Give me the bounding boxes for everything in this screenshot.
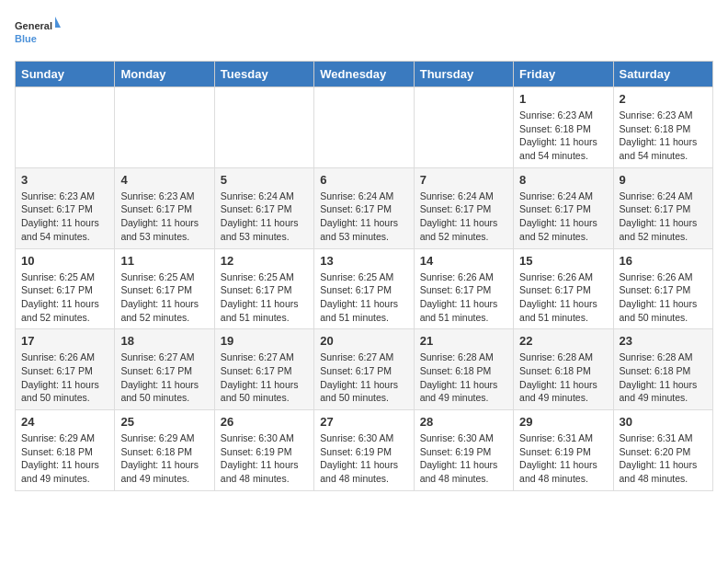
cell-content: Sunrise: 6:29 AM Sunset: 6:18 PM Dayligh… — [21, 431, 108, 486]
day-number: 15 — [519, 254, 607, 268]
week-row-1: 1Sunrise: 6:23 AM Sunset: 6:18 PM Daylig… — [16, 87, 713, 168]
logo-svg: General Blue — [15, 15, 61, 52]
day-number: 25 — [120, 415, 208, 429]
calendar-cell: 20Sunrise: 6:27 AM Sunset: 6:17 PM Dayli… — [314, 329, 414, 410]
header-cell-wednesday: Wednesday — [314, 62, 414, 87]
page-header: General Blue — [15, 15, 713, 52]
svg-text:General: General — [15, 20, 52, 31]
day-number: 18 — [120, 334, 208, 348]
day-number: 5 — [221, 173, 308, 187]
day-number: 23 — [620, 334, 707, 348]
cell-content: Sunrise: 6:25 AM Sunset: 6:17 PM Dayligh… — [221, 270, 308, 325]
cell-content: Sunrise: 6:26 AM Sunset: 6:17 PM Dayligh… — [620, 270, 707, 325]
day-number: 20 — [320, 334, 407, 348]
cell-content: Sunrise: 6:28 AM Sunset: 6:18 PM Dayligh… — [519, 350, 607, 405]
calendar-cell: 25Sunrise: 6:29 AM Sunset: 6:18 PM Dayli… — [115, 410, 214, 491]
cell-content: Sunrise: 6:23 AM Sunset: 6:17 PM Dayligh… — [120, 190, 208, 244]
calendar-cell: 16Sunrise: 6:26 AM Sunset: 6:17 PM Dayli… — [613, 248, 712, 329]
calendar-cell: 22Sunrise: 6:28 AM Sunset: 6:18 PM Dayli… — [514, 329, 613, 410]
day-number: 26 — [221, 415, 308, 429]
cell-content: Sunrise: 6:26 AM Sunset: 6:17 PM Dayligh… — [21, 350, 108, 405]
header-row: SundayMondayTuesdayWednesdayThursdayFrid… — [16, 62, 713, 87]
cell-content: Sunrise: 6:28 AM Sunset: 6:18 PM Dayligh… — [620, 350, 707, 405]
cell-content: Sunrise: 6:25 AM Sunset: 6:17 PM Dayligh… — [21, 270, 108, 325]
calendar-cell: 21Sunrise: 6:28 AM Sunset: 6:18 PM Dayli… — [414, 329, 513, 410]
day-number: 21 — [420, 334, 507, 348]
calendar-cell: 30Sunrise: 6:31 AM Sunset: 6:20 PM Dayli… — [613, 410, 712, 491]
day-number: 19 — [221, 334, 308, 348]
calendar-cell: 12Sunrise: 6:25 AM Sunset: 6:17 PM Dayli… — [214, 248, 313, 329]
calendar-cell: 29Sunrise: 6:31 AM Sunset: 6:19 PM Dayli… — [514, 410, 613, 491]
calendar-cell: 19Sunrise: 6:27 AM Sunset: 6:17 PM Dayli… — [214, 329, 313, 410]
day-number: 8 — [519, 173, 607, 187]
calendar-cell: 9Sunrise: 6:24 AM Sunset: 6:17 PM Daylig… — [613, 167, 712, 248]
cell-content: Sunrise: 6:28 AM Sunset: 6:18 PM Dayligh… — [420, 350, 507, 405]
calendar-cell: 23Sunrise: 6:28 AM Sunset: 6:18 PM Dayli… — [613, 329, 712, 410]
header-cell-friday: Friday — [514, 62, 613, 87]
day-number: 30 — [620, 415, 707, 429]
cell-content: Sunrise: 6:23 AM Sunset: 6:17 PM Dayligh… — [21, 190, 108, 244]
header-cell-tuesday: Tuesday — [214, 62, 313, 87]
calendar-cell: 14Sunrise: 6:26 AM Sunset: 6:17 PM Dayli… — [414, 248, 513, 329]
week-row-5: 24Sunrise: 6:29 AM Sunset: 6:18 PM Dayli… — [16, 410, 713, 491]
day-number: 4 — [120, 173, 208, 187]
day-number: 27 — [320, 415, 407, 429]
calendar-cell — [115, 87, 214, 168]
day-number: 17 — [21, 334, 108, 348]
calendar-cell: 26Sunrise: 6:30 AM Sunset: 6:19 PM Dayli… — [214, 410, 313, 491]
week-row-3: 10Sunrise: 6:25 AM Sunset: 6:17 PM Dayli… — [16, 248, 713, 329]
header-cell-saturday: Saturday — [613, 62, 712, 87]
calendar-cell — [314, 87, 414, 168]
cell-content: Sunrise: 6:27 AM Sunset: 6:17 PM Dayligh… — [320, 350, 407, 405]
day-number: 6 — [320, 173, 407, 187]
calendar-cell — [16, 87, 115, 168]
cell-content: Sunrise: 6:25 AM Sunset: 6:17 PM Dayligh… — [320, 270, 407, 325]
calendar-cell: 8Sunrise: 6:24 AM Sunset: 6:17 PM Daylig… — [514, 167, 613, 248]
calendar-cell: 1Sunrise: 6:23 AM Sunset: 6:18 PM Daylig… — [514, 87, 613, 168]
calendar-cell — [414, 87, 513, 168]
logo: General Blue — [15, 15, 61, 52]
cell-content: Sunrise: 6:23 AM Sunset: 6:18 PM Dayligh… — [519, 109, 607, 163]
cell-content: Sunrise: 6:25 AM Sunset: 6:17 PM Dayligh… — [120, 270, 208, 325]
calendar-cell: 28Sunrise: 6:30 AM Sunset: 6:19 PM Dayli… — [414, 410, 513, 491]
cell-content: Sunrise: 6:24 AM Sunset: 6:17 PM Dayligh… — [320, 190, 407, 244]
day-number: 14 — [420, 254, 507, 268]
cell-content: Sunrise: 6:30 AM Sunset: 6:19 PM Dayligh… — [420, 431, 507, 486]
svg-text:Blue: Blue — [15, 33, 37, 44]
day-number: 28 — [420, 415, 507, 429]
calendar-cell: 18Sunrise: 6:27 AM Sunset: 6:17 PM Dayli… — [115, 329, 214, 410]
cell-content: Sunrise: 6:24 AM Sunset: 6:17 PM Dayligh… — [519, 190, 607, 244]
svg-marker-2 — [55, 17, 61, 28]
cell-content: Sunrise: 6:23 AM Sunset: 6:18 PM Dayligh… — [620, 109, 707, 163]
day-number: 10 — [21, 254, 108, 268]
calendar-cell: 11Sunrise: 6:25 AM Sunset: 6:17 PM Dayli… — [115, 248, 214, 329]
day-number: 13 — [320, 254, 407, 268]
calendar-cell: 17Sunrise: 6:26 AM Sunset: 6:17 PM Dayli… — [16, 329, 115, 410]
header-cell-monday: Monday — [115, 62, 214, 87]
week-row-2: 3Sunrise: 6:23 AM Sunset: 6:17 PM Daylig… — [16, 167, 713, 248]
day-number: 12 — [221, 254, 308, 268]
day-number: 11 — [120, 254, 208, 268]
header-cell-sunday: Sunday — [16, 62, 115, 87]
cell-content: Sunrise: 6:30 AM Sunset: 6:19 PM Dayligh… — [320, 431, 407, 486]
cell-content: Sunrise: 6:26 AM Sunset: 6:17 PM Dayligh… — [519, 270, 607, 325]
cell-content: Sunrise: 6:24 AM Sunset: 6:17 PM Dayligh… — [221, 190, 308, 244]
calendar-cell: 27Sunrise: 6:30 AM Sunset: 6:19 PM Dayli… — [314, 410, 414, 491]
day-number: 7 — [420, 173, 507, 187]
calendar-cell: 2Sunrise: 6:23 AM Sunset: 6:18 PM Daylig… — [613, 87, 712, 168]
calendar-cell: 13Sunrise: 6:25 AM Sunset: 6:17 PM Dayli… — [314, 248, 414, 329]
day-number: 9 — [620, 173, 707, 187]
calendar-cell: 5Sunrise: 6:24 AM Sunset: 6:17 PM Daylig… — [214, 167, 313, 248]
cell-content: Sunrise: 6:27 AM Sunset: 6:17 PM Dayligh… — [221, 350, 308, 405]
cell-content: Sunrise: 6:31 AM Sunset: 6:20 PM Dayligh… — [620, 431, 707, 486]
calendar-cell: 7Sunrise: 6:24 AM Sunset: 6:17 PM Daylig… — [414, 167, 513, 248]
calendar-cell: 6Sunrise: 6:24 AM Sunset: 6:17 PM Daylig… — [314, 167, 414, 248]
cell-content: Sunrise: 6:31 AM Sunset: 6:19 PM Dayligh… — [519, 431, 607, 486]
cell-content: Sunrise: 6:24 AM Sunset: 6:17 PM Dayligh… — [620, 190, 707, 244]
cell-content: Sunrise: 6:26 AM Sunset: 6:17 PM Dayligh… — [420, 270, 507, 325]
calendar-cell: 15Sunrise: 6:26 AM Sunset: 6:17 PM Dayli… — [514, 248, 613, 329]
day-number: 1 — [519, 92, 607, 106]
calendar-cell: 4Sunrise: 6:23 AM Sunset: 6:17 PM Daylig… — [115, 167, 214, 248]
calendar-cell — [214, 87, 313, 168]
cell-content: Sunrise: 6:27 AM Sunset: 6:17 PM Dayligh… — [120, 350, 208, 405]
